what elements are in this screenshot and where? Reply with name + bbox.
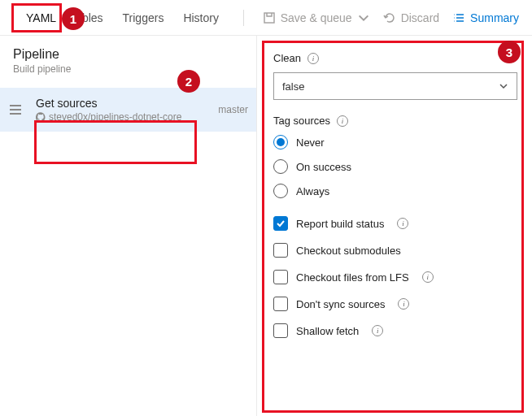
radio-icon — [273, 135, 288, 150]
check-dont-sync-sources[interactable]: Don't sync sources i — [273, 297, 517, 311]
info-icon[interactable]: i — [337, 115, 348, 127]
list-icon — [452, 11, 465, 24]
check-report-build-status[interactable]: Report build status i — [273, 216, 517, 231]
callout-3: 3 — [498, 41, 521, 63]
tab-triggers[interactable]: Triggers — [113, 3, 174, 32]
summary-button[interactable]: Summary — [452, 11, 519, 24]
info-icon[interactable]: i — [307, 53, 319, 64]
left-pane: Pipeline Build pipeline Get sources stev… — [0, 36, 257, 416]
callout-1: 1 — [62, 7, 85, 30]
info-icon[interactable]: i — [422, 271, 434, 283]
svg-rect-0 — [264, 13, 274, 23]
undo-icon — [383, 11, 396, 24]
save-icon — [263, 11, 276, 24]
info-icon[interactable]: i — [398, 298, 409, 310]
toolbar-actions: Save & queue Discard Summary — [263, 11, 527, 24]
settings-panel: Clean i false Tag sources i Never On suc… — [257, 36, 532, 416]
checkbox-icon — [273, 270, 288, 284]
radio-icon — [273, 184, 288, 198]
github-icon — [36, 112, 46, 122]
step-repo: steved0x/pipelines-dotnet-core — [49, 111, 181, 123]
clean-value: false — [282, 80, 304, 93]
clean-select[interactable]: false — [273, 72, 517, 100]
chevron-down-icon — [357, 11, 370, 24]
get-sources-step[interactable]: Get sources steved0x/pipelines-dotnet-co… — [0, 88, 256, 132]
check-checkout-lfs[interactable]: Checkout files from LFS i — [273, 270, 517, 284]
radio-always[interactable]: Always — [273, 184, 517, 198]
radio-never[interactable]: Never — [273, 135, 517, 150]
drag-handle-icon[interactable] — [10, 105, 23, 115]
step-title: Get sources — [36, 97, 215, 110]
check-checkout-submodules[interactable]: Checkout submodules — [273, 243, 517, 258]
save-queue-button[interactable]: Save & queue — [263, 11, 370, 24]
tab-strip: YAML ables Triggers History — [5, 3, 229, 32]
chevron-down-icon — [499, 81, 508, 91]
toolbar-divider — [243, 10, 244, 26]
step-branch: master — [215, 104, 248, 115]
checkbox-icon — [273, 297, 288, 311]
radio-on-success[interactable]: On success — [273, 159, 517, 174]
checkbox-icon — [273, 243, 288, 258]
discard-button[interactable]: Discard — [383, 11, 439, 24]
checkbox-icon — [273, 216, 288, 231]
tab-history[interactable]: History — [173, 3, 229, 32]
tag-sources-label: Tag sources — [273, 115, 330, 127]
checkbox-group: Report build status i Checkout submodule… — [273, 216, 517, 338]
checkbox-icon — [273, 323, 288, 338]
callout-2: 2 — [177, 70, 200, 93]
pipeline-subtitle: Build pipeline — [13, 63, 243, 75]
radio-icon — [273, 159, 288, 174]
info-icon[interactable]: i — [397, 218, 408, 229]
pipeline-title: Pipeline — [13, 47, 243, 62]
clean-label: Clean — [273, 52, 301, 64]
tab-yaml[interactable]: YAML — [16, 3, 66, 32]
tag-sources-radios: Never On success Always — [273, 135, 517, 198]
info-icon[interactable]: i — [372, 325, 383, 336]
check-shallow-fetch[interactable]: Shallow fetch i — [273, 323, 517, 338]
